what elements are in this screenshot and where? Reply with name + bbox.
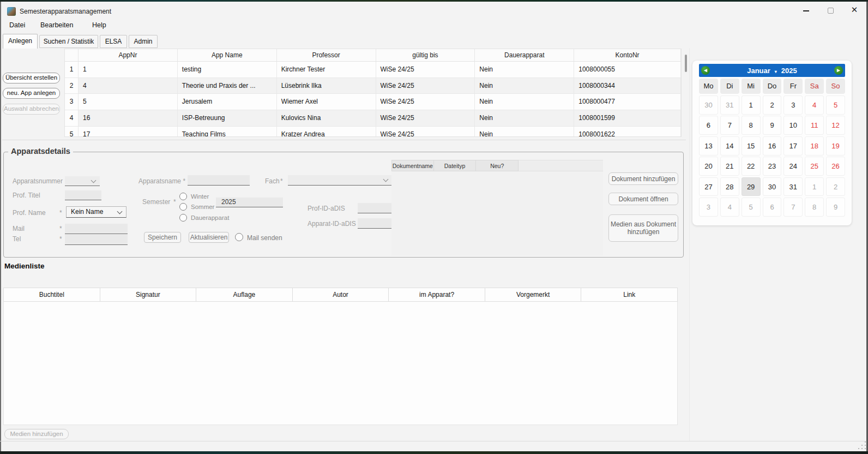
calendar-day[interactable]: 13 bbox=[699, 136, 718, 156]
calendar-day[interactable]: 1 bbox=[805, 177, 824, 196]
close-button[interactable]: ✕ bbox=[850, 5, 859, 14]
calendar-day[interactable]: 7 bbox=[783, 198, 803, 217]
menu-datei[interactable]: Datei bbox=[9, 21, 25, 29]
table-scrollbar[interactable] bbox=[685, 55, 687, 72]
column-header-KontoNr[interactable]: KontoNr bbox=[574, 49, 681, 61]
calendar-day[interactable]: 2 bbox=[826, 177, 845, 196]
calendar-day[interactable]: 31 bbox=[783, 177, 803, 196]
media-column-vorgemerkt[interactable]: Vorgemerkt bbox=[485, 288, 582, 301]
calendar-next-icon[interactable]: ► bbox=[834, 66, 843, 75]
calendar-day[interactable]: 9 bbox=[826, 198, 845, 217]
calendar-day[interactable]: 11 bbox=[805, 116, 824, 135]
menu-bearbeiten[interactable]: Bearbeiten bbox=[40, 21, 73, 29]
prof-name-combo[interactable]: Kein Name bbox=[66, 206, 126, 218]
calendar-day[interactable]: 18 bbox=[805, 136, 824, 156]
calendar-day[interactable]: 26 bbox=[826, 157, 845, 176]
calendar-day[interactable]: 8 bbox=[805, 198, 824, 217]
media-column-signatur[interactable]: Signatur bbox=[100, 288, 197, 301]
calendar-day[interactable]: 28 bbox=[720, 177, 739, 196]
column-header-corner[interactable] bbox=[65, 49, 79, 61]
fach-combo[interactable] bbox=[288, 175, 392, 186]
calendar-day[interactable]: 10 bbox=[783, 116, 803, 135]
tel-input[interactable] bbox=[65, 235, 128, 245]
calendar-day[interactable]: 4 bbox=[805, 95, 824, 115]
calendar-day[interactable]: 5 bbox=[826, 95, 845, 115]
calendar-day[interactable]: 15 bbox=[742, 136, 761, 156]
radio-dauerapparat[interactable] bbox=[179, 214, 187, 222]
add-media-button[interactable]: Medien hinzufügen bbox=[4, 429, 69, 439]
doc-button-3[interactable]: Medien aus Dokument hinzufügen bbox=[608, 214, 678, 242]
menu-help[interactable]: Help bbox=[92, 21, 106, 29]
calendar-day[interactable]: 3 bbox=[783, 95, 803, 115]
column-header-App Name[interactable]: App Name bbox=[178, 49, 277, 61]
calendar-day-selected[interactable]: 29 bbox=[742, 177, 761, 196]
minimize-button[interactable] bbox=[803, 10, 809, 11]
calendar-day[interactable]: 7 bbox=[720, 116, 739, 135]
media-column-autor[interactable]: Autor bbox=[293, 288, 389, 301]
column-header-gültig bis[interactable]: gültig bis bbox=[376, 49, 475, 61]
tab-admin[interactable]: Admin bbox=[129, 35, 158, 48]
apparatsnummer-combo[interactable] bbox=[65, 176, 100, 186]
calendar-title[interactable]: Januar▾2025 bbox=[747, 67, 797, 75]
calendar-day[interactable]: 8 bbox=[742, 116, 761, 135]
sidebar-button-3[interactable]: Auswahl abbrechen bbox=[3, 104, 60, 115]
mail-senden-checkbox[interactable] bbox=[235, 233, 243, 241]
doc-column-dateityp[interactable]: Dateityp bbox=[434, 160, 477, 171]
calendar-day[interactable]: 25 bbox=[805, 157, 824, 176]
calendar-day[interactable]: 23 bbox=[763, 157, 782, 176]
calendar-day[interactable]: 21 bbox=[720, 157, 739, 176]
calendar-day[interactable]: 27 bbox=[699, 177, 718, 196]
calendar-day[interactable]: 19 bbox=[826, 136, 845, 156]
media-column-link[interactable]: Link bbox=[581, 288, 677, 301]
calendar-day[interactable]: 1 bbox=[742, 95, 761, 115]
table-row[interactable]: 517Teaching FilmsKratzer AndreaWiSe 24/2… bbox=[65, 127, 681, 137]
calendar-day[interactable]: 6 bbox=[699, 116, 718, 135]
calendar-day[interactable]: 24 bbox=[783, 157, 803, 176]
calendar-day[interactable]: 9 bbox=[763, 116, 782, 135]
radio-sommer[interactable] bbox=[179, 203, 187, 211]
doc-button-1[interactable]: Dokument hinzufügen bbox=[608, 172, 678, 185]
sidebar-button-2[interactable]: neu. App anlegen bbox=[3, 88, 60, 99]
prof-titel-input[interactable] bbox=[65, 190, 101, 200]
calendar-day[interactable]: 16 bbox=[763, 136, 782, 156]
mail-input[interactable] bbox=[65, 224, 128, 234]
sidebar-button-1[interactable]: Übersicht erstellen bbox=[3, 73, 60, 83]
calendar-prev-icon[interactable]: ◄ bbox=[701, 66, 710, 75]
calendar-day[interactable]: 20 bbox=[699, 157, 718, 176]
calendar-day[interactable]: 14 bbox=[720, 136, 739, 156]
calendar-day[interactable]: 22 bbox=[742, 157, 761, 176]
table-row[interactable]: 416ISP-BetreuungKulovics NinaWiSe 24/25N… bbox=[65, 110, 681, 127]
calendar-day[interactable]: 6 bbox=[763, 198, 782, 217]
save-button[interactable]: Speichern bbox=[144, 232, 181, 243]
calendar-day[interactable]: 30 bbox=[763, 177, 782, 196]
tab-anlegen[interactable]: Anlegen bbox=[3, 34, 38, 49]
doc-column-neu[interactable]: Neu? bbox=[476, 160, 519, 171]
column-header-Professor[interactable]: Professor bbox=[277, 49, 376, 61]
apparatsname-input[interactable] bbox=[188, 175, 250, 186]
calendar-day[interactable]: 2 bbox=[763, 95, 782, 115]
year-input[interactable]: 2025 bbox=[216, 198, 283, 207]
tab-suchen-statistik[interactable]: Suchen / Statistik bbox=[39, 35, 98, 48]
maximize-button[interactable] bbox=[828, 8, 834, 14]
calendar-day[interactable]: 5 bbox=[742, 198, 761, 217]
calendar-day[interactable]: 4 bbox=[720, 198, 739, 217]
doc-column-dokumentname[interactable]: Dokumentname bbox=[391, 160, 434, 171]
media-column-buchtitel[interactable]: Buchtitel bbox=[4, 288, 100, 301]
calendar-day[interactable]: 30 bbox=[699, 95, 718, 115]
table-row[interactable]: 11testingKirchner TesterWiSe 24/25Nein10… bbox=[65, 62, 681, 78]
radio-winter[interactable] bbox=[179, 193, 187, 200]
table-row[interactable]: 24Theorie und Praxis der ...Lüsebrink Il… bbox=[65, 78, 681, 94]
media-column-im-apparat-[interactable]: im Apparat? bbox=[389, 288, 485, 301]
doc-button-2[interactable]: Dokument öffnen bbox=[608, 193, 678, 205]
column-header-AppNr[interactable]: AppNr bbox=[79, 49, 178, 61]
table-row[interactable]: 35JerusalemWiemer AxelWiSe 24/25Nein1008… bbox=[65, 94, 681, 110]
calendar-day[interactable]: 31 bbox=[720, 95, 739, 115]
column-header-Dauerapparat[interactable]: Dauerapparat bbox=[475, 49, 574, 61]
resize-grip[interactable] bbox=[858, 441, 866, 449]
media-column-auflage[interactable]: Auflage bbox=[196, 288, 293, 301]
update-button[interactable]: Aktualisieren bbox=[189, 232, 229, 243]
calendar-day[interactable]: 3 bbox=[699, 198, 718, 217]
calendar-day[interactable]: 17 bbox=[783, 136, 803, 156]
calendar-day[interactable]: 12 bbox=[826, 116, 845, 135]
tab-elsa[interactable]: ELSA bbox=[100, 35, 127, 48]
